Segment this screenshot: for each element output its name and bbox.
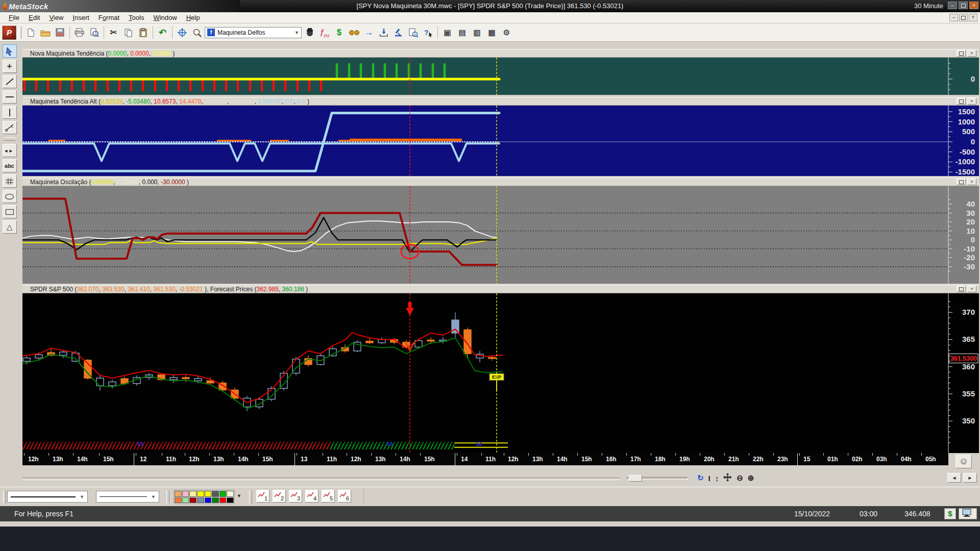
price-candlestick-chart[interactable]: ωωωEXP361.5300370365360355350 (22, 293, 979, 453)
line-style-select[interactable]: ▼ (7, 491, 88, 503)
zoom-in-icon[interactable]: ⊕ (748, 473, 754, 483)
crosshair-tool[interactable]: + (3, 60, 17, 73)
pointer-tool[interactable] (3, 44, 17, 58)
text-tool[interactable]: abc (3, 159, 17, 172)
mdi-restore-button[interactable] (959, 14, 968, 21)
color-swatch-10[interactable] (189, 497, 197, 504)
p4-plot[interactable]: ωωωEXP361.5300370365360355350 (22, 293, 979, 453)
template-combo[interactable]: fMaquineta Delfos▼ (205, 27, 302, 38)
options-gear-button[interactable]: ⚙ (500, 26, 513, 39)
panel-close-button[interactable]: × (967, 179, 976, 185)
horizontal-line-tool[interactable] (3, 90, 17, 104)
downloader-button[interactable] (377, 26, 390, 39)
panel-close-button[interactable]: × (967, 98, 976, 105)
close-button[interactable]: × (969, 2, 978, 9)
color-swatch-8[interactable] (175, 497, 182, 504)
menu-help[interactable]: Help (182, 13, 205, 22)
p1-plot[interactable]: 0 (22, 58, 979, 95)
ellipse-tool[interactable] (3, 190, 17, 203)
color-swatch-13[interactable] (212, 497, 219, 504)
semilog-line-tool[interactable]: SL (3, 121, 17, 134)
menu-window[interactable]: Window (149, 13, 181, 22)
color-swatch-15[interactable] (227, 497, 234, 504)
p2-plot[interactable]: 150010005000-500-1000-1500 (22, 106, 979, 176)
color-swatch-1[interactable] (182, 491, 189, 497)
toolbar-grip[interactable] (18, 27, 21, 39)
toolbar-grip[interactable] (3, 490, 6, 504)
oscillator-chart[interactable]: 403020100-10-20-30 (22, 186, 979, 284)
panel-restore-button[interactable] (957, 179, 966, 185)
window-tile-h-button[interactable]: ▥ (470, 26, 484, 39)
vertical-scale-icon[interactable]: ↕ (715, 474, 719, 483)
vertical-line-tool[interactable] (3, 106, 17, 119)
color-swatch-12[interactable] (205, 497, 212, 504)
p3-plot[interactable]: 403020100-10-20-30 (22, 186, 979, 284)
zoom-out-icon[interactable]: ⊖ (737, 473, 743, 483)
chart-view-button-5[interactable]: 5 (322, 490, 335, 503)
scroll-right-button[interactable]: ► (963, 473, 977, 483)
menu-insert[interactable]: Insert (68, 13, 94, 22)
crosshair-target-button[interactable] (175, 26, 189, 39)
line-weight-select[interactable]: ▼ (96, 491, 159, 503)
new-file-button[interactable] (23, 26, 37, 39)
window-cascade-button[interactable]: ▣ (440, 26, 454, 39)
color-swatch-7[interactable] (227, 491, 234, 497)
expert-advisor-button[interactable] (303, 26, 316, 39)
palette-dropdown-icon[interactable]: ▼ (237, 493, 241, 498)
menu-format[interactable]: Format (94, 13, 124, 22)
help-pointer-button[interactable]: ? (421, 26, 435, 39)
cut-button[interactable]: ✂ (107, 26, 120, 39)
monitor-button[interactable] (959, 508, 977, 519)
panel-restore-button[interactable] (957, 286, 966, 292)
undo-button[interactable]: ↶ (156, 26, 169, 39)
scroll-arrows[interactable]: ◂▸ (3, 144, 17, 157)
system-tester-button[interactable]: $ (332, 26, 346, 39)
scroll-left-button[interactable]: ◄ (947, 473, 961, 483)
forecast-arrow-button[interactable]: → (362, 26, 376, 39)
toolbar-grip[interactable] (166, 490, 169, 504)
color-swatch-11[interactable] (197, 497, 204, 504)
menu-file[interactable]: File (4, 13, 24, 22)
panel-close-button[interactable]: × (967, 286, 976, 292)
chart-view-button-1[interactable]: 1 (256, 490, 270, 503)
print-button[interactable] (72, 26, 86, 39)
chart-view-button-4[interactable]: 4 (305, 490, 318, 503)
color-swatch-9[interactable] (182, 497, 189, 504)
color-swatch-2[interactable] (189, 491, 197, 497)
find-symbol-button[interactable] (406, 26, 420, 39)
chart-view-button-3[interactable]: 3 (289, 490, 302, 503)
triangle-tool[interactable]: △ (3, 220, 17, 234)
color-swatch-14[interactable] (219, 497, 227, 504)
trend-indicator-chart[interactable]: 0 (22, 58, 979, 95)
restore-button[interactable] (959, 2, 968, 9)
rectangle-tool[interactable] (3, 205, 17, 218)
paste-button[interactable] (136, 26, 150, 39)
print-preview-button[interactable] (87, 26, 101, 39)
menu-edit[interactable]: Edit (24, 13, 44, 22)
refresh-icon[interactable]: ↻ (697, 473, 704, 483)
smiley-button[interactable]: ☺ (955, 455, 972, 468)
chart-view-button-6[interactable]: 6 (338, 490, 351, 503)
ibeam-icon[interactable]: I (708, 474, 710, 483)
window-grid-button[interactable]: ▦ (485, 26, 499, 39)
currency-button[interactable]: $ (944, 508, 956, 519)
save-file-button[interactable] (53, 26, 67, 39)
pan-icon[interactable] (723, 473, 732, 483)
mdi-close-button[interactable]: × (969, 14, 977, 21)
window-tile-button[interactable]: ▤ (455, 26, 469, 39)
grid-tool[interactable] (3, 174, 17, 188)
panel-restore-button[interactable] (957, 50, 966, 57)
color-swatch-6[interactable] (219, 491, 227, 497)
menu-view[interactable]: View (44, 13, 68, 22)
indicator-builder-button[interactable]: ƒ(x) (317, 26, 331, 39)
toolbar-grip[interactable] (4, 137, 15, 141)
panel-close-button[interactable]: × (967, 50, 976, 57)
color-swatch-0[interactable] (175, 491, 182, 497)
mdi-minimize-button[interactable]: – (949, 14, 958, 21)
panel-restore-button[interactable] (957, 98, 966, 105)
chart-view-button-2[interactable]: 2 (273, 490, 286, 503)
color-swatch-3[interactable] (197, 491, 204, 497)
trendline-tool[interactable] (3, 75, 17, 88)
minimize-button[interactable]: – (948, 2, 957, 9)
trend-alt-indicator-chart[interactable]: 150010005000-500-1000-1500 (22, 106, 979, 176)
